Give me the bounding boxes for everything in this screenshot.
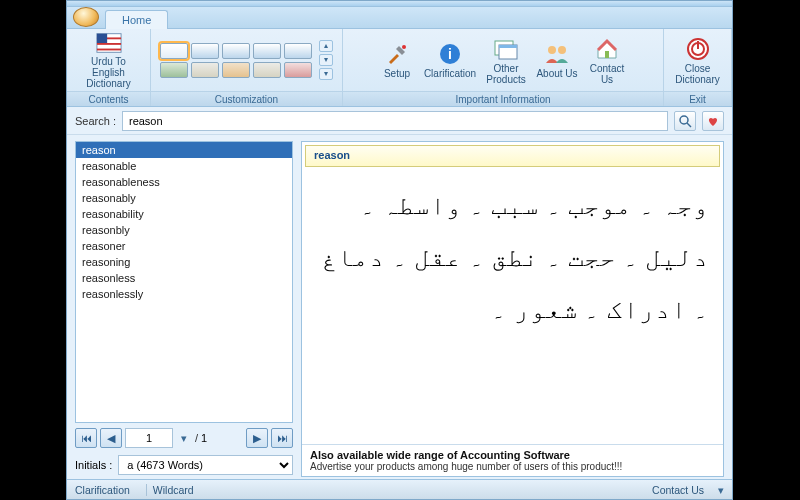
app-window: { "tabs": { "home": "Home" }, "ribbon": … bbox=[66, 0, 733, 500]
close-dictionary-button[interactable]: Close Dictionary bbox=[670, 31, 725, 89]
group-label: Customization bbox=[151, 91, 342, 106]
other-products-button[interactable]: Other Products bbox=[480, 31, 532, 89]
products-icon bbox=[493, 36, 519, 62]
initials-select[interactable]: a (4673 Words) bbox=[118, 455, 293, 475]
favorite-button[interactable] bbox=[702, 111, 724, 131]
list-item[interactable]: reasonably bbox=[76, 190, 292, 206]
word-list[interactable]: reasonreasonablereasonablenessreasonably… bbox=[75, 141, 293, 423]
list-item[interactable]: reasoning bbox=[76, 254, 292, 270]
svg-rect-13 bbox=[605, 51, 609, 58]
heart-icon bbox=[706, 114, 720, 128]
svg-rect-10 bbox=[499, 45, 517, 48]
list-item[interactable]: reasonable bbox=[76, 158, 292, 174]
svg-rect-4 bbox=[96, 34, 106, 43]
work-area: reasonreasonablereasonablenessreasonably… bbox=[67, 135, 732, 479]
promo-box: Also available wide range of Accounting … bbox=[302, 444, 723, 476]
list-item[interactable]: reasonableness bbox=[76, 174, 292, 190]
ribbon-group-contents: Urdu To English Dictionary Contents bbox=[67, 29, 151, 106]
search-icon bbox=[678, 114, 692, 128]
list-item[interactable]: reasoner bbox=[76, 238, 292, 254]
button-label: Contact Us bbox=[590, 63, 624, 85]
headword: reason bbox=[305, 145, 720, 167]
promo-headline: Also available wide range of Accounting … bbox=[310, 449, 715, 461]
first-icon: ⏮ bbox=[81, 432, 92, 444]
chevron-down-icon: ▾ bbox=[718, 484, 724, 496]
theme-swatch[interactable] bbox=[253, 43, 281, 59]
svg-text:i: i bbox=[448, 46, 452, 62]
search-button[interactable] bbox=[674, 111, 696, 131]
pager-last-button[interactable]: ⏭ bbox=[271, 428, 293, 448]
button-label: Close Dictionary bbox=[675, 63, 719, 85]
group-label: Exit bbox=[664, 91, 731, 106]
svg-line-18 bbox=[687, 123, 691, 127]
ribbon-group-customization: ▴ ▾ ▾ Customization bbox=[151, 29, 343, 106]
prev-icon: ◀ bbox=[107, 432, 115, 445]
theme-swatch[interactable] bbox=[191, 62, 219, 78]
promo-subline: Advertise your products among huge numbe… bbox=[310, 461, 715, 472]
button-label: Clarification bbox=[424, 68, 476, 79]
list-item[interactable]: reasonbly bbox=[76, 222, 292, 238]
search-input[interactable] bbox=[122, 111, 668, 131]
ribbon: Urdu To English Dictionary Contents bbox=[67, 29, 732, 107]
flag-icon bbox=[96, 31, 122, 55]
clarification-button[interactable]: i Clarification bbox=[420, 31, 480, 89]
setup-button[interactable]: Setup bbox=[374, 31, 420, 89]
pager-dropdown-button[interactable]: ▾ bbox=[176, 428, 192, 448]
tools-icon bbox=[384, 41, 410, 67]
theme-swatch[interactable] bbox=[253, 62, 281, 78]
pager-current-input[interactable] bbox=[125, 428, 173, 448]
theme-swatch[interactable] bbox=[284, 62, 312, 78]
about-us-button[interactable]: About Us bbox=[532, 31, 582, 89]
info-icon: i bbox=[437, 41, 463, 67]
theme-swatches bbox=[160, 43, 312, 78]
status-clarification[interactable]: Clarification bbox=[75, 484, 130, 496]
scroll-up-icon[interactable]: ▴ bbox=[319, 40, 333, 52]
next-icon: ▶ bbox=[253, 432, 261, 445]
list-item[interactable]: reason bbox=[76, 142, 292, 158]
contact-us-button[interactable]: Contact Us bbox=[582, 31, 632, 89]
status-bar: Clarification Wildcard Contact Us ▾ bbox=[67, 479, 732, 499]
status-contact[interactable]: Contact Us bbox=[652, 484, 704, 496]
theme-swatch[interactable] bbox=[222, 62, 250, 78]
svg-point-17 bbox=[680, 116, 688, 124]
search-label: Search : bbox=[75, 115, 116, 127]
scroll-down-icon[interactable]: ▾ bbox=[319, 54, 333, 66]
list-item[interactable]: reasonability bbox=[76, 206, 292, 222]
svg-rect-3 bbox=[96, 49, 120, 51]
search-bar: Search : bbox=[67, 107, 732, 135]
list-item[interactable]: reasonlessly bbox=[76, 286, 292, 302]
app-menu-orb[interactable] bbox=[73, 7, 99, 27]
pager-total: 1 bbox=[201, 432, 207, 444]
power-icon bbox=[685, 36, 711, 62]
svg-point-12 bbox=[558, 46, 566, 54]
pager-next-button[interactable]: ▶ bbox=[246, 428, 268, 448]
pager-first-button[interactable]: ⏮ bbox=[75, 428, 97, 448]
theme-swatch[interactable] bbox=[284, 43, 312, 59]
pager-prev-button[interactable]: ◀ bbox=[100, 428, 122, 448]
button-label: Other Products bbox=[486, 63, 525, 85]
swatch-scroller: ▴ ▾ ▾ bbox=[319, 40, 333, 80]
list-item[interactable]: reasonless bbox=[76, 270, 292, 286]
theme-swatch[interactable] bbox=[160, 43, 188, 59]
theme-swatch[interactable] bbox=[160, 62, 188, 78]
swatch-more-icon[interactable]: ▾ bbox=[319, 68, 333, 80]
theme-swatch[interactable] bbox=[191, 43, 219, 59]
tab-home[interactable]: Home bbox=[105, 10, 168, 29]
svg-rect-16 bbox=[697, 41, 699, 49]
initials-label: Initials : bbox=[75, 459, 112, 471]
theme-swatch[interactable] bbox=[222, 43, 250, 59]
home-icon bbox=[594, 36, 620, 62]
svg-point-11 bbox=[548, 46, 556, 54]
last-icon: ⏭ bbox=[277, 432, 288, 444]
svg-rect-2 bbox=[96, 43, 120, 45]
svg-point-5 bbox=[402, 45, 406, 49]
group-label: Important Information bbox=[343, 91, 663, 106]
pager: ⏮ ◀ ▾ / 1 ▶ ⏭ bbox=[75, 426, 293, 450]
status-wildcard[interactable]: Wildcard bbox=[153, 484, 194, 496]
left-panel: reasonreasonablereasonablenessreasonably… bbox=[75, 141, 293, 477]
button-label: Urdu To English Dictionary bbox=[80, 56, 138, 89]
ribbon-group-exit: Close Dictionary Exit bbox=[664, 29, 732, 106]
pager-separator: / bbox=[195, 432, 198, 444]
definition-urdu: وجہ ۔ موجب ۔ سبب ۔ واسطہ ۔ دلیل ۔ حجت ۔ … bbox=[302, 170, 723, 444]
urdu-to-english-button[interactable]: Urdu To English Dictionary bbox=[80, 31, 138, 89]
